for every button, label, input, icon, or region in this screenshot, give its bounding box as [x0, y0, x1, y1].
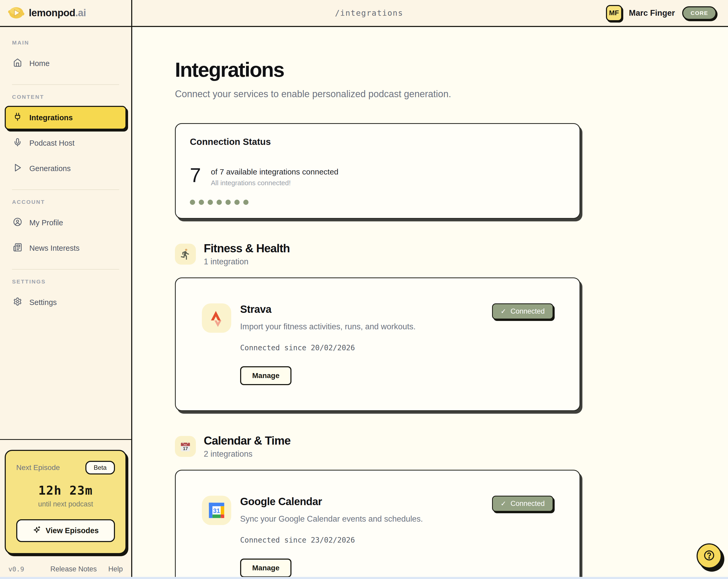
sidebar-footer: v0.9 Release Notes Help [5, 565, 127, 573]
section-header-fitness: Fitness & Health 1 integration [175, 242, 580, 267]
sidebar-item-generations[interactable]: Generations [5, 157, 127, 180]
section-title: Fitness & Health [204, 242, 290, 255]
sidebar-item-label: Generations [29, 164, 71, 173]
window-bottom-strip [0, 577, 728, 579]
connection-dot [226, 200, 231, 205]
release-notes-link[interactable]: Release Notes [50, 565, 97, 573]
plan-badge: CORE [682, 6, 717, 20]
connection-dot [208, 200, 213, 205]
nav-section-account-label: ACCOUNT [12, 199, 127, 205]
connection-status-card: Connection Status 7 of 7 available integ… [175, 123, 580, 219]
avatar[interactable]: MF [606, 5, 622, 21]
nav-section-content-label: CONTENT [12, 94, 127, 100]
status-badge-connected: ✓ Connected [492, 496, 553, 512]
sidebar-item-label: News Interests [29, 244, 80, 253]
sidebar-divider [12, 269, 119, 270]
sidebar-item-integrations[interactable]: Integrations [5, 106, 127, 130]
status-badge-label: Connected [511, 307, 545, 316]
sidebar-item-settings[interactable]: Settings [5, 291, 127, 314]
brand-tld: .ai [75, 7, 86, 18]
sidebar-item-label: Home [29, 59, 50, 68]
section-count: 1 integration [204, 257, 290, 267]
sparkles-icon [32, 526, 41, 536]
section-title: Calendar & Time [204, 434, 290, 447]
connection-dot [234, 200, 240, 205]
check-icon: ✓ [501, 500, 506, 508]
sidebar: MAIN Home CONTENT Integrations Podcast [0, 27, 132, 579]
integration-card-google-calendar: 31 Google Calendar Sync your Google Cale… [175, 470, 580, 579]
connected-count-caption: of 7 available integrations connected [211, 166, 338, 176]
nav-section-settings-label: SETTINGS [12, 278, 127, 285]
status-badge-connected: ✓ Connected [492, 303, 553, 319]
help-link[interactable]: Help [108, 565, 123, 573]
svg-text:17: 17 [183, 446, 188, 451]
sidebar-item-news-interests[interactable]: News Interests [5, 236, 127, 260]
user-name: Marc Finger [629, 8, 675, 18]
sidebar-bottom-panel: Next Episode Beta 12h 23m until next pod… [0, 439, 131, 579]
help-fab-button[interactable] [697, 544, 722, 569]
connected-count: 7 [190, 166, 201, 184]
sidebar-item-home[interactable]: Home [5, 52, 127, 75]
integration-card-strava: Strava Import your fitness activities, r… [175, 277, 580, 411]
connected-since-label: Connected since 20/02/2026 [240, 344, 483, 352]
next-episode-countdown: 12h 23m [16, 483, 115, 498]
status-badge-label: Connected [511, 500, 545, 508]
next-episode-caption: until next podcast [16, 500, 115, 508]
version-label: v0.9 [8, 565, 24, 573]
sidebar-nav: MAIN Home CONTENT Integrations Podcast [0, 27, 131, 316]
connection-dot [199, 200, 204, 205]
sidebar-divider [12, 190, 119, 190]
integration-name: Strava [240, 303, 483, 315]
connection-dot [216, 200, 222, 205]
beta-badge: Beta [85, 461, 115, 475]
app-window: lemonpod.ai /integrations MF Marc Finger… [0, 0, 728, 579]
main-content: Integrations Connect your services to en… [132, 27, 728, 579]
integration-description: Sync your Google Calendar events and sch… [240, 514, 483, 524]
user-icon [13, 218, 22, 228]
integration-description: Import your fitness activities, runs, an… [240, 322, 483, 331]
google-calendar-logo: 31 [202, 496, 231, 525]
connection-dot [243, 200, 249, 205]
home-icon [13, 58, 22, 69]
user-menu[interactable]: MF Marc Finger CORE [606, 5, 717, 21]
top-header-bar: /integrations MF Marc Finger CORE [132, 0, 728, 27]
manage-button[interactable]: Manage [240, 366, 291, 385]
lemonpod-logo-icon [8, 4, 25, 22]
play-icon [13, 163, 22, 174]
brand-name: lemonpod.ai [29, 7, 86, 19]
newspaper-icon [13, 243, 22, 254]
plug-icon [13, 112, 22, 123]
sidebar-item-podcast-host[interactable]: Podcast Host [5, 131, 127, 155]
integration-name: Google Calendar [240, 496, 483, 507]
runner-emoji-icon [175, 244, 196, 265]
connection-dots [190, 200, 565, 205]
sidebar-item-label: Settings [29, 298, 57, 307]
check-icon: ✓ [501, 307, 506, 316]
header-logo-area: lemonpod.ai [0, 0, 132, 27]
gear-icon [13, 297, 22, 308]
svg-text:JUL: JUL [184, 444, 187, 446]
next-episode-title: Next Episode [16, 463, 60, 472]
sidebar-item-label: Podcast Host [29, 139, 74, 148]
page-subtitle: Connect your services to enable personal… [175, 89, 580, 100]
manage-button[interactable]: Manage [240, 559, 291, 577]
help-circle-icon [703, 549, 715, 562]
view-episodes-label: View Episodes [46, 526, 99, 535]
section-header-calendar: JUL 17 Calendar & Time 2 integrations [175, 434, 580, 459]
breadcrumb-path: /integrations [132, 8, 606, 18]
view-episodes-button[interactable]: View Episodes [16, 519, 115, 542]
microphone-icon [13, 138, 22, 149]
nav-section-main-label: MAIN [12, 40, 127, 46]
next-episode-card: Next Episode Beta 12h 23m until next pod… [5, 450, 127, 554]
connection-status-message: All integrations connected! [211, 179, 338, 187]
connected-since-label: Connected since 23/02/2026 [240, 536, 483, 545]
connection-status-title: Connection Status [190, 136, 565, 147]
sidebar-item-label: Integrations [29, 114, 73, 122]
section-count: 2 integrations [204, 449, 290, 459]
sidebar-divider [12, 84, 119, 85]
calendar-emoji-icon: JUL 17 [175, 436, 196, 457]
sidebar-item-my-profile[interactable]: My Profile [5, 211, 127, 235]
strava-logo [202, 303, 231, 333]
page-title: Integrations [175, 58, 580, 82]
svg-text:31: 31 [213, 507, 220, 514]
